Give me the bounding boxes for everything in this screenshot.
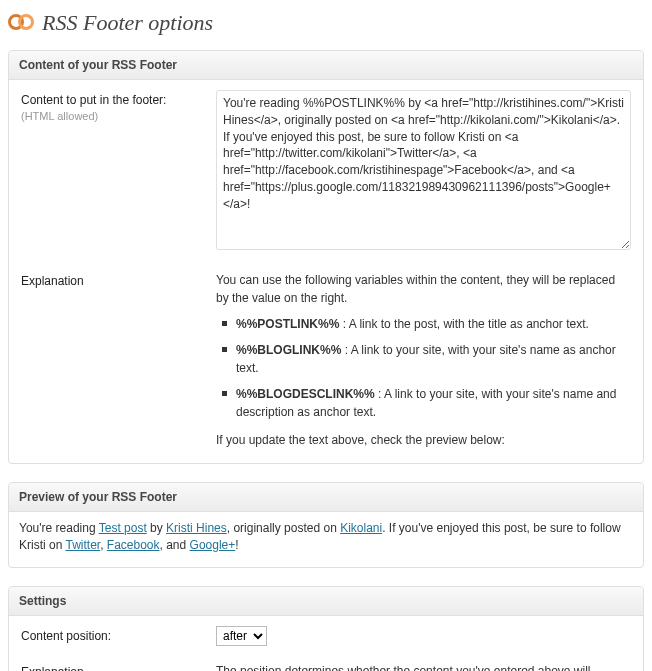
content-position-label: Content position: — [21, 626, 216, 644]
explanation-label: Explanation — [21, 271, 216, 289]
preview-panel: Preview of your RSS Footer You're readin… — [8, 482, 644, 568]
footer-content-textarea[interactable]: You're reading %%POSTLINK%% by <a href="… — [216, 90, 631, 250]
preview-link-google[interactable]: Google+ — [190, 538, 236, 552]
preview-panel-heading: Preview of your RSS Footer — [9, 483, 643, 512]
var-code: %%POSTLINK%% — [236, 317, 339, 331]
var-code: %%BLOGLINK%% — [236, 343, 341, 357]
footer-content-label-text: Content to put in the footer: — [21, 93, 166, 107]
footer-content-hint: (HTML allowed) — [21, 110, 98, 122]
page-title: RSS Footer options — [42, 10, 213, 36]
page-header: RSS Footer options — [8, 10, 644, 36]
preview-link-facebook[interactable]: Facebook — [107, 538, 160, 552]
settings-panel-heading: Settings — [9, 587, 643, 616]
explanation-list: %%POSTLINK%% : A link to the post, with … — [216, 315, 631, 421]
explanation-body: You can use the following variables with… — [216, 271, 631, 449]
preview-body: You're reading Test post by Kristi Hines… — [9, 512, 643, 567]
preview-text: ! — [235, 538, 238, 552]
content-position-select[interactable]: after — [216, 626, 267, 646]
preview-text: You're reading — [19, 521, 99, 535]
preview-text: , — [100, 538, 107, 552]
settings-explanation-row: Explanation The position determines whet… — [21, 662, 631, 671]
footer-content-label: Content to put in the footer: (HTML allo… — [21, 90, 216, 124]
preview-link-testpost[interactable]: Test post — [99, 521, 147, 535]
var-desc: : A link to the post, with the title as … — [339, 317, 588, 331]
list-item: %%POSTLINK%% : A link to the post, with … — [220, 315, 631, 333]
preview-link-twitter[interactable]: Twitter — [65, 538, 100, 552]
explanation-outro: If you update the text above, check the … — [216, 431, 631, 449]
content-panel: Content of your RSS Footer Content to pu… — [8, 50, 644, 464]
preview-text: , and — [160, 538, 190, 552]
settings-explanation-text: The position determines whether the cont… — [216, 662, 631, 671]
settings-explanation-label: Explanation — [21, 662, 216, 671]
preview-link-site[interactable]: Kikolani — [340, 521, 382, 535]
yoast-logo-icon — [8, 10, 34, 36]
var-code: %%BLOGDESCLINK%% — [236, 387, 375, 401]
explanation-row: Explanation You can use the following va… — [21, 271, 631, 449]
preview-text: , originally posted on — [227, 521, 340, 535]
content-panel-heading: Content of your RSS Footer — [9, 51, 643, 80]
list-item: %%BLOGLINK%% : A link to your site, with… — [220, 341, 631, 377]
preview-text: by — [147, 521, 166, 535]
footer-content-row: Content to put in the footer: (HTML allo… — [21, 90, 631, 255]
preview-link-author[interactable]: Kristi Hines — [166, 521, 227, 535]
content-position-row: Content position: after — [21, 626, 631, 646]
explanation-intro: You can use the following variables with… — [216, 271, 631, 307]
list-item: %%BLOGDESCLINK%% : A link to your site, … — [220, 385, 631, 421]
settings-panel: Settings Content position: after Explana… — [8, 586, 644, 671]
